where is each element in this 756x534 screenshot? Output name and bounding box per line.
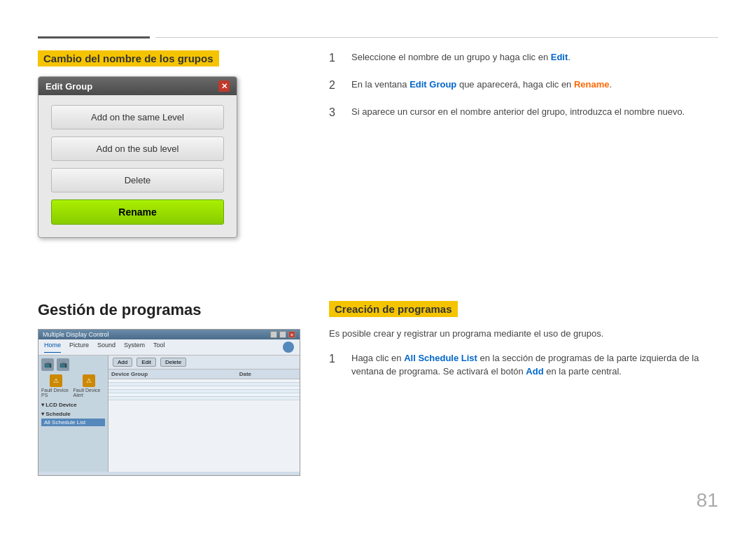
mdc-fault-alert-label: Fault Device Alert — [74, 388, 105, 398]
left-column-top: Cambio del nombre de los grupos Edit Gro… — [38, 50, 311, 238]
mdc-table-header: Device Group Date — [108, 370, 300, 379]
highlight-add: Add — [526, 366, 543, 377]
mdc-toolbar: Add Edit Delete — [108, 356, 300, 370]
step-num-1: 1 — [329, 50, 343, 66]
mdc-fault-icons: ⚠ Fault Device PS ⚠ Fault Device Alert — [41, 374, 105, 398]
mdc-title: Multiple Display Control — [43, 331, 109, 338]
bottom-right-section: Creación de programas Es posible crear y… — [329, 301, 718, 386]
delete-button[interactable]: Delete — [51, 168, 224, 192]
step-num-3: 3 — [329, 104, 343, 121]
mdc-menu-home: Home — [44, 342, 61, 353]
highlight-edit: Edit — [551, 52, 568, 62]
mdc-fault-alert-img: ⚠ — [83, 374, 95, 387]
right-column-top: 1 Seleccione el nombre de un grupo y hag… — [329, 50, 718, 132]
mdc-fault-device-alert: ⚠ Fault Device Alert — [74, 374, 105, 398]
top-line-light — [155, 37, 718, 38]
step-1: 1 Seleccione el nombre de un grupo y hag… — [329, 50, 718, 66]
mdc-device-icons: 📺 📺 — [41, 358, 105, 372]
mdc-lcd-img-2: 📺 — [57, 358, 69, 371]
mdc-window-controls: ✕ — [270, 331, 295, 338]
step-text-3: Si aparece un cursor en el nombre anteri… — [351, 105, 718, 121]
mdc-close-btn: ✕ — [288, 331, 295, 338]
bottom-step-num-1: 1 — [329, 351, 343, 379]
mdc-sidebar-lcd-section: ▾ LCD Device — [41, 402, 105, 408]
dialog-title: Edit Group — [46, 81, 92, 92]
mdc-col-device-group: Device Group — [111, 371, 209, 377]
dialog-close-button[interactable]: ✕ — [218, 80, 230, 92]
edit-group-dialog: Edit Group ✕ Add on the same Level Add o… — [38, 76, 237, 238]
top-decorative-lines — [38, 36, 718, 38]
mdc-content-area: 📺 📺 ⚠ Fault Device PS ⚠ Fault Device Ale… — [38, 356, 300, 472]
section-heading-rename: Cambio del nombre de los grupos — [38, 50, 219, 66]
mdc-col-date: Date — [209, 371, 251, 377]
mdc-fault-ps-img: ⚠ — [50, 374, 62, 387]
mdc-lcd-icon-1: 📺 — [41, 358, 54, 372]
mdc-fault-device-ps: ⚠ Fault Device PS — [41, 374, 71, 398]
dialog-titlebar: Edit Group ✕ — [38, 77, 237, 95]
mdc-home-icon — [283, 342, 294, 353]
highlight-all-schedule: All Schedule List — [404, 353, 477, 363]
step-2: 2 En la ventana Edit Group que aparecerá… — [329, 78, 718, 94]
mdc-menubar: Home Picture Sound System Tool — [38, 339, 300, 356]
mdc-maximize-btn — [279, 331, 286, 338]
mdc-menu-tool: Tool — [153, 342, 165, 353]
highlight-edit-group: Edit Group — [410, 79, 456, 90]
mdc-main-area: Add Edit Delete Device Group Date — [108, 356, 300, 472]
top-line-dark — [38, 36, 150, 38]
highlight-rename: Rename — [574, 79, 610, 90]
step-text-2: En la ventana Edit Group que aparecerá, … — [351, 78, 718, 94]
step-text-1: Seleccione el nombre de un grupo y haga … — [351, 50, 718, 66]
mdc-table-row-6 — [108, 397, 300, 400]
mdc-screenshot: Multiple Display Control ✕ Home Picture … — [38, 329, 300, 476]
mdc-titlebar: Multiple Display Control ✕ — [38, 330, 300, 339]
mdc-lcd-img-1: 📺 — [41, 358, 54, 371]
rename-button[interactable]: Rename — [51, 199, 224, 225]
steps-list: 1 Seleccione el nombre de un grupo y hag… — [329, 50, 718, 121]
mdc-table-body — [108, 379, 300, 472]
bottom-steps-list: 1 Haga clic en All Schedule List en la s… — [329, 351, 718, 379]
mdc-sidebar-schedule-section: ▾ Schedule — [41, 411, 105, 417]
mdc-lcd-icon-2: 📺 — [57, 358, 69, 372]
bottom-step-1: 1 Haga clic en All Schedule List en la s… — [329, 351, 718, 379]
bottom-step-text-1: Haga clic en All Schedule List en la sec… — [351, 351, 718, 379]
dialog-body: Add on the same Level Add on the sub lev… — [38, 95, 237, 237]
bottom-desc: Es posible crear y registrar un programa… — [329, 327, 718, 342]
mdc-edit-btn[interactable]: Edit — [136, 358, 156, 367]
mdc-menu-sound: Sound — [97, 342, 115, 353]
mdc-fault-ps-label: Fault Device PS — [41, 388, 71, 398]
mdc-menu-system: System — [124, 342, 145, 353]
bottom-left-section: Gestión de programas Multiple Display Co… — [38, 301, 311, 476]
step-3: 3 Si aparece un cursor en el nombre ante… — [329, 105, 718, 121]
step-num-2: 2 — [329, 77, 343, 94]
add-sub-level-button[interactable]: Add on the sub level — [51, 136, 224, 161]
mdc-minimize-btn — [270, 331, 277, 338]
add-same-level-button[interactable]: Add on the same Level — [51, 105, 224, 129]
mdc-sidebar: 📺 📺 ⚠ Fault Device PS ⚠ Fault Device Ale… — [38, 356, 108, 472]
section-heading-gestion: Gestión de programas — [38, 301, 311, 319]
page-number: 81 — [696, 489, 718, 512]
mdc-menu-picture: Picture — [69, 342, 89, 353]
mdc-delete-btn[interactable]: Delete — [160, 358, 186, 367]
mdc-add-btn[interactable]: Add — [113, 358, 132, 367]
mdc-sidebar-all-schedule[interactable]: All Schedule List — [41, 419, 105, 426]
section-heading-creacion: Creación de programas — [329, 301, 458, 317]
